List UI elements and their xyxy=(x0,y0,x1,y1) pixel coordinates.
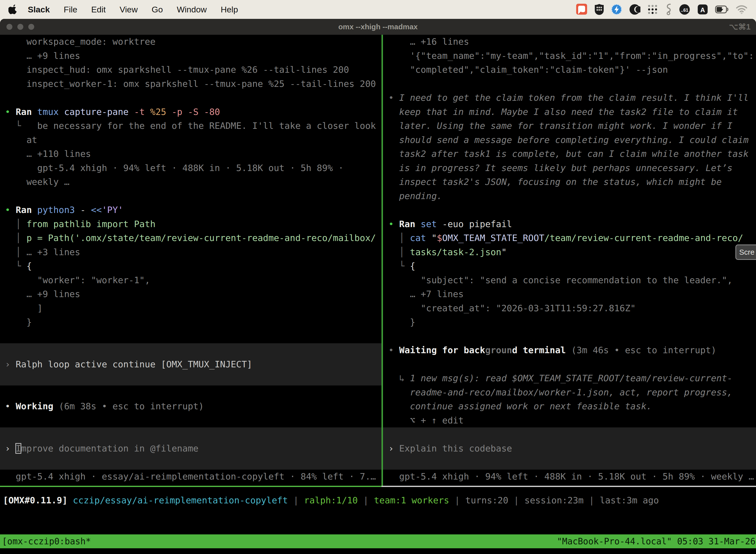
terminal-line: • Working (6m 38s • esc to interrupt) xyxy=(0,399,381,413)
terminal-line: • Ran set -euo pipefail xyxy=(383,217,756,231)
text-segment: << xyxy=(91,205,102,215)
text-segment: keep that in mind. Maybe I also need the… xyxy=(388,107,738,117)
wifi-icon[interactable] xyxy=(736,3,748,16)
text-segment: Ralph loop active continue [OMX_TMUX_INJ… xyxy=(16,359,252,369)
text-segment: │ xyxy=(388,233,410,243)
terminal-line: │ from pathlib import Path xyxy=(0,217,381,231)
menu-item-help[interactable]: Help xyxy=(221,5,238,14)
lightning-badge-icon[interactable] xyxy=(611,3,622,16)
text-segment: continue assigned work or next feasible … xyxy=(388,401,652,411)
terminal-line: └ { xyxy=(383,259,756,273)
text-segment: later. Using the same for transition mig… xyxy=(388,121,733,131)
text-segment: turns:20 xyxy=(465,495,514,505)
terminal-line xyxy=(0,371,381,385)
text-segment: › xyxy=(388,443,399,453)
menu-item-view[interactable]: View xyxy=(120,5,138,14)
badge-61-icon[interactable]: ..61 xyxy=(679,3,690,16)
apple-icon[interactable] xyxy=(8,3,17,16)
prompt-input-left[interactable]: › Improve documentation in @filename xyxy=(0,442,381,456)
text-segment: '{"team_name":"my-team","task_id":"1","f… xyxy=(388,51,754,61)
text-segment: OMX_TEAM_STATE_ROOT xyxy=(442,233,545,243)
terminal-line xyxy=(0,189,381,203)
squiggle-icon[interactable] xyxy=(665,3,672,16)
terminal-line: │ cat "$OMX_TEAM_STATE_ROOT/team/review-… xyxy=(383,231,756,245)
battery-icon[interactable] xyxy=(715,3,729,16)
text-segment: cat xyxy=(410,233,432,243)
terminal-line: } xyxy=(383,315,756,329)
terminal-line: at xyxy=(0,133,381,147)
terminal-line: ] xyxy=(0,301,381,316)
terminal-line: pending. xyxy=(383,189,756,203)
terminal-line: weekly … xyxy=(0,175,381,189)
text-segment: task2 after task1 is complete, but can I… xyxy=(388,149,749,159)
keypad-shield-icon[interactable] xyxy=(594,3,604,16)
text-segment: should send a message before completing … xyxy=(388,135,749,145)
text-segment: │ xyxy=(388,247,410,257)
chat-bubble-icon[interactable] xyxy=(576,3,587,16)
menu-item-slack[interactable]: Slack xyxy=(28,5,50,14)
text-segment: … +9 lines xyxy=(5,289,80,299)
text-segment: Ran xyxy=(16,107,37,117)
text-segment: … +9 lines xyxy=(5,51,80,61)
keyboard-a-icon[interactable]: A xyxy=(697,3,708,16)
terminal-line: is in progress? It seems likely but perh… xyxy=(383,161,756,175)
text-segment: { xyxy=(410,261,416,271)
text-segment: › xyxy=(5,359,16,369)
terminal-line: … +9 lines xyxy=(0,49,381,63)
text-segment: at xyxy=(5,135,37,145)
menu-item-go[interactable]: Go xyxy=(151,5,163,14)
text-segment: is in progress? It seems likely but perh… xyxy=(388,163,733,173)
text-segment: pending. xyxy=(388,191,442,201)
text-segment: 1 new msg(s): read $OMX_TEAM_STATE_ROOT/… xyxy=(410,373,733,383)
terminal-line: │ p = Path('.omx/state/team/review-curre… xyxy=(0,231,381,245)
text-segment: › xyxy=(5,443,16,453)
screenshot-thumbnail[interactable]: Scre xyxy=(736,244,756,260)
terminal-line: } xyxy=(0,315,381,329)
crescent-icon[interactable] xyxy=(629,3,640,16)
terminal-line: keep that in mind. Maybe I also need the… xyxy=(383,105,756,119)
terminal-line: '{"team_name":"my-team","task_id":"1","f… xyxy=(383,49,756,63)
text-segment: last:3m ago xyxy=(600,495,659,505)
text-segment: | xyxy=(514,495,524,505)
window-title: omx --xhigh --madmax xyxy=(0,22,756,31)
terminal-line: • Ran python3 - <<'PY' xyxy=(0,203,381,217)
window-titlebar[interactable]: omx --xhigh --madmax ⌥⌘1 xyxy=(0,19,756,35)
terminal-line: "worker": "worker-1", xyxy=(0,273,381,287)
text-segment: └ xyxy=(388,261,410,271)
text-segment: %25 xyxy=(150,107,172,117)
text-segment: "worker": "worker-1", xyxy=(5,275,150,285)
text-segment: tasks/task-2.json xyxy=(410,247,501,257)
text-segment: } xyxy=(5,317,32,327)
ralph-loop-status[interactable]: › Ralph loop active continue [OMX_TMUX_I… xyxy=(0,357,381,372)
right-terminal-pane[interactable]: … +16 lines '{"team_name":"my-team","tas… xyxy=(383,35,756,486)
left-terminal-pane[interactable]: workspace_mode: worktree … +9 lines insp… xyxy=(0,35,381,486)
text-segment: " xyxy=(501,247,507,257)
menu-item-window[interactable]: Window xyxy=(177,5,207,14)
terminal-line: "subject": "send a concise recommendatio… xyxy=(383,273,756,287)
text-segment: | xyxy=(293,495,304,505)
text-segment: "subject": "send a concise recommendatio… xyxy=(388,275,733,285)
menu-item-file[interactable]: File xyxy=(64,5,77,14)
text-segment: weekly … xyxy=(5,177,69,187)
tmux-session-label: [omx-cczip0:bash* xyxy=(0,536,91,546)
text-segment: • xyxy=(5,401,16,411)
terminal-line: • I need to get the claim token from the… xyxy=(383,91,756,105)
dots-grid-icon[interactable] xyxy=(647,3,658,16)
terminal-line xyxy=(0,329,381,343)
prompt-input-right[interactable]: › Explain this codebase xyxy=(383,442,756,456)
window-shortcut-hint: ⌥⌘1 xyxy=(729,22,751,32)
terminal-line: • Waiting for background terminal (3m 46… xyxy=(383,343,756,357)
text-segment: be necessary for the end of the README. … xyxy=(37,121,376,131)
text-segment: | xyxy=(589,495,600,505)
text-segment: [OMX#0.11.9] xyxy=(3,495,73,505)
text-segment: p = Path('.omx/state/team/review-current… xyxy=(26,233,376,243)
text-segment: Ran xyxy=(16,205,37,215)
text-segment: │ xyxy=(5,219,26,229)
text-segment: … +3 lines xyxy=(26,247,80,257)
terminal-line: │ tasks/task-2.json" xyxy=(383,245,756,259)
terminal-line: … +110 lines xyxy=(0,147,381,161)
text-segment: -t xyxy=(134,107,150,117)
menu-item-edit[interactable]: Edit xyxy=(91,5,106,14)
text-segment: └ xyxy=(5,121,37,131)
terminal-line xyxy=(383,357,756,372)
